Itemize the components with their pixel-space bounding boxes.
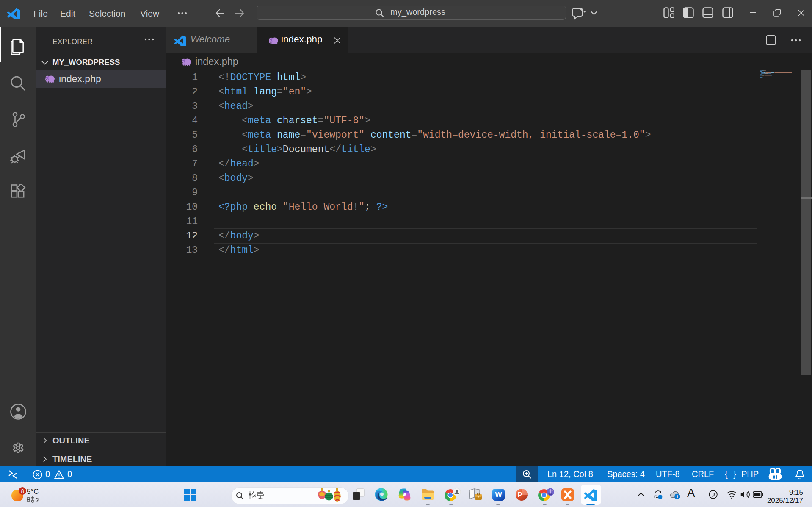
svg-text:P: P: [518, 491, 522, 499]
svg-text:8: 8: [21, 488, 24, 494]
svg-text:i: i: [677, 494, 678, 499]
svg-text:W: W: [495, 491, 502, 499]
